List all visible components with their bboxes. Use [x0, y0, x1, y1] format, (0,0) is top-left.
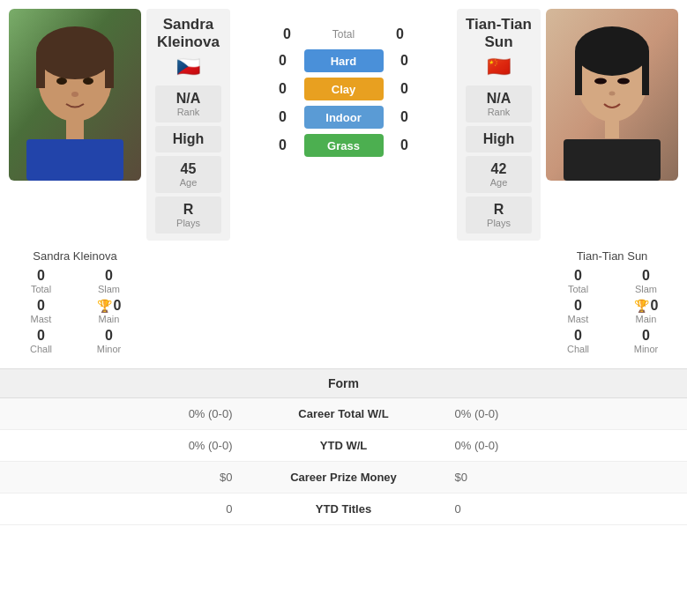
svg-rect-4 — [105, 53, 114, 88]
right-player-stats: Tian-TianSun 🇨🇳 N/A Rank High 42 Age R P… — [457, 9, 541, 241]
right-trophy-icon: 🏆 — [634, 299, 649, 313]
svg-point-6 — [83, 78, 93, 85]
court-clay-row: 0 Clay 0 — [273, 78, 415, 100]
ytd-titles-row: 0 YTD Titles 0 — [0, 494, 687, 525]
left-player-below-photo: Sandra Kleinova 0 Total 0 Slam 0 Mast 🏆 — [9, 249, 141, 354]
right-trophy-main: 🏆 0 Main — [614, 298, 678, 324]
hard-left-score: 0 — [273, 53, 294, 69]
left-high-label: High — [166, 131, 211, 147]
svg-point-7 — [71, 92, 78, 97]
left-trophy-main: 🏆 0 Main — [77, 298, 141, 324]
ytd-titles-label: YTD Titles — [247, 494, 441, 524]
grass-badge: Grass — [304, 134, 384, 157]
form-header: Form — [0, 369, 687, 398]
right-player-name: Tian-Tian Sun — [546, 249, 678, 263]
ytd-wl-label: YTD W/L — [247, 430, 441, 461]
right-slam-stat: 0 Slam — [614, 268, 678, 294]
left-age-label: Age — [166, 177, 211, 188]
right-total-stat: 0 Total — [546, 268, 610, 294]
left-total-stat: 0 Total — [9, 268, 73, 294]
ytd-titles-right: 0 — [441, 494, 688, 524]
total-row: 0 Total 0 — [277, 26, 411, 42]
left-age-value: 45 — [166, 161, 211, 177]
right-total-score: 0 — [390, 26, 411, 42]
left-rank-label: Rank — [166, 107, 211, 117]
app-container: SandraKleinova 🇨🇿 N/A Rank High 45 Age R… — [0, 0, 687, 525]
left-trophy-icon: 🏆 — [97, 299, 112, 313]
left-minor-stat: 0 Minor — [77, 328, 141, 354]
center-column: 0 Total 0 0 Hard 0 0 Clay 0 0 Indoor 0 — [235, 9, 452, 162]
right-age-value: 42 — [476, 161, 521, 177]
prize-money-label: Career Prize Money — [247, 462, 441, 493]
left-flag: 🇨🇿 — [176, 56, 200, 78]
left-chall-stat: 0 Chall — [9, 328, 73, 354]
left-slam-stat: 0 Slam — [77, 268, 141, 294]
right-high-label: High — [476, 131, 521, 147]
right-plays-value: R — [476, 202, 521, 218]
svg-rect-3 — [36, 53, 45, 88]
court-grass-row: 0 Grass 0 — [273, 134, 415, 157]
court-hard-row: 0 Hard 0 — [273, 49, 415, 72]
career-total-right: 0% (0-0) — [441, 398, 688, 429]
svg-rect-19 — [564, 139, 661, 181]
prize-money-left: $0 — [0, 462, 247, 493]
career-total-label: Career Total W/L — [247, 398, 441, 429]
right-mast-stat: 0 Mast — [546, 298, 610, 324]
clay-right-score: 0 — [394, 81, 415, 97]
prize-money-row: $0 Career Prize Money $0 — [0, 462, 687, 494]
left-total-score: 0 — [277, 26, 298, 42]
right-player-photo-wrapper — [546, 9, 678, 181]
grass-left-score: 0 — [273, 137, 294, 153]
main-content: SandraKleinova 🇨🇿 N/A Rank High 45 Age R… — [0, 0, 687, 249]
svg-rect-13 — [575, 51, 582, 95]
right-rank-label: Rank — [476, 107, 521, 117]
hard-right-score: 0 — [394, 53, 415, 69]
svg-point-15 — [594, 78, 607, 85]
prize-money-right: $0 — [441, 462, 688, 493]
left-player-name-header: SandraKleinova — [157, 16, 220, 52]
ytd-wl-right: 0% (0-0) — [441, 430, 688, 461]
left-player-stats: SandraKleinova 🇨🇿 N/A Rank High 45 Age R… — [146, 9, 230, 241]
total-label: Total — [309, 28, 379, 41]
clay-badge: Clay — [304, 78, 384, 100]
right-rank-value: N/A — [476, 91, 521, 107]
right-high-block: High — [466, 126, 532, 152]
court-indoor-row: 0 Indoor 0 — [273, 106, 415, 129]
ytd-wl-left: 0% (0-0) — [0, 430, 247, 461]
clay-left-score: 0 — [273, 81, 294, 97]
left-plays-label: Plays — [166, 218, 211, 228]
svg-rect-18 — [605, 121, 619, 138]
left-player-name: Sandra Kleinova — [9, 249, 141, 263]
hard-badge: Hard — [304, 49, 384, 72]
right-chall-stat: 0 Chall — [546, 328, 610, 354]
right-player-name-header: Tian-TianSun — [466, 16, 532, 52]
svg-point-2 — [36, 26, 114, 79]
svg-point-16 — [617, 78, 630, 85]
ytd-wl-row: 0% (0-0) YTD W/L 0% (0-0) — [0, 430, 687, 462]
player-names-row: Sandra Kleinova 0 Total 0 Slam 0 Mast 🏆 — [0, 249, 687, 354]
svg-point-5 — [56, 78, 67, 85]
right-age-label: Age — [476, 177, 521, 188]
career-total-row: 0% (0-0) Career Total W/L 0% (0-0) — [0, 398, 687, 430]
left-rank-value: N/A — [166, 91, 211, 107]
career-total-left: 0% (0-0) — [0, 398, 247, 429]
left-age-block: 45 Age — [155, 156, 221, 193]
svg-rect-9 — [66, 120, 84, 139]
indoor-left-score: 0 — [273, 109, 294, 125]
right-flag: 🇨🇳 — [487, 56, 511, 78]
right-plays-block: R Plays — [466, 197, 532, 234]
svg-point-17 — [609, 92, 616, 96]
left-plays-block: R Plays — [155, 197, 221, 234]
svg-rect-14 — [642, 51, 649, 95]
ytd-titles-left: 0 — [0, 494, 247, 524]
right-plays-label: Plays — [476, 218, 521, 228]
right-age-block: 42 Age — [466, 156, 532, 193]
right-rank-block: N/A Rank — [466, 85, 532, 122]
left-plays-value: R — [166, 202, 211, 218]
left-mast-stat: 0 Mast — [9, 298, 73, 324]
form-section: Form 0% (0-0) Career Total W/L 0% (0-0) … — [0, 368, 687, 525]
left-rank-block: N/A Rank — [155, 85, 221, 122]
left-player-photo-wrapper — [9, 9, 141, 181]
indoor-badge: Indoor — [304, 106, 384, 129]
right-minor-stat: 0 Minor — [614, 328, 678, 354]
